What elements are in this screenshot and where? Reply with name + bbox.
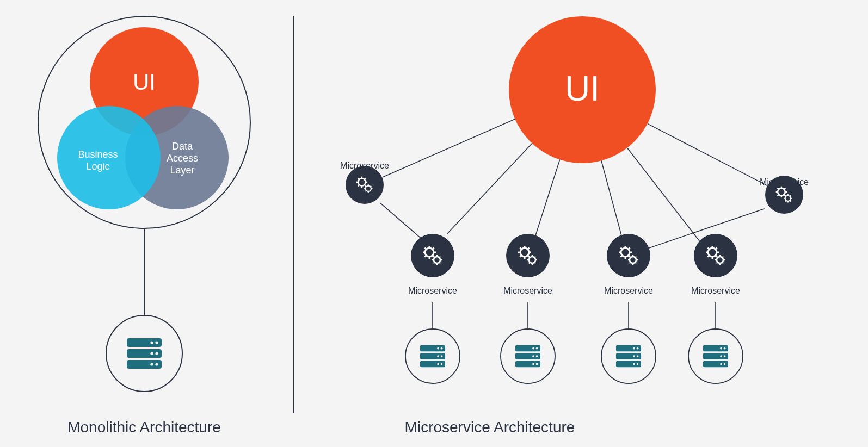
monolith-database-node (106, 315, 182, 392)
monolith-business-logic-label-l1: Business (78, 149, 118, 160)
microservice-panel: UI Microservice (340, 16, 809, 436)
svg-line-38 (380, 203, 422, 239)
microservice-node: Microservice (405, 234, 460, 383)
monolith-business-logic-label-l2: Logic (86, 161, 109, 172)
microservice-label: Microservice (503, 286, 552, 295)
svg-line-37 (648, 124, 767, 186)
svg-line-34 (534, 160, 559, 240)
architecture-diagram: UI Data Access Layer Business Logic Mono… (0, 0, 868, 447)
micro-ui-label: UI (565, 69, 600, 108)
server-icon (515, 345, 540, 367)
monolith-data-access-label-l3: Layer (170, 165, 194, 176)
microservice-label: Microservice (604, 286, 653, 295)
microservice-label: Microservice (408, 286, 457, 295)
svg-line-32 (383, 119, 515, 177)
monolith-business-logic-circle: Business Logic (57, 106, 161, 209)
monolith-data-access-label-l1: Data (172, 141, 193, 152)
microservice-node: Microservice (760, 176, 809, 214)
server-icon (616, 345, 641, 367)
microservice-node: Microservice (340, 161, 389, 204)
microservice-title: Microservice Architecture (405, 419, 575, 436)
microservice-node: Microservice (688, 234, 743, 383)
server-icon (420, 345, 445, 367)
monolith-data-access-label-l2: Access (167, 153, 198, 164)
micro-ui-circle: UI (509, 16, 656, 163)
microservice-node: Microservice (601, 234, 656, 383)
microservice-node: Microservice (501, 234, 555, 383)
monolith-title: Monolithic Architecture (67, 419, 221, 436)
monolithic-panel: UI Data Access Layer Business Logic Mono… (38, 16, 250, 436)
server-icon (127, 338, 162, 369)
monolith-ui-label: UI (133, 69, 156, 95)
svg-line-33 (447, 144, 532, 234)
svg-line-35 (601, 160, 623, 241)
microservice-label: Microservice (691, 286, 740, 295)
server-icon (703, 345, 728, 367)
svg-line-36 (627, 148, 700, 243)
